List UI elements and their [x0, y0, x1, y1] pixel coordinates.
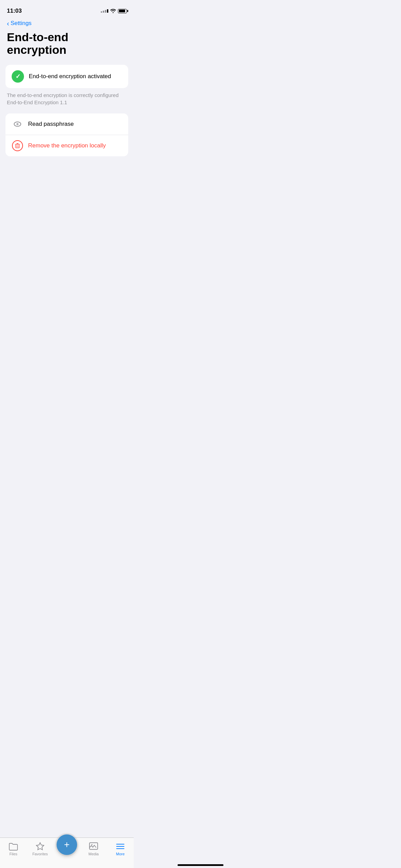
remove-encryption-row[interactable]: Remove the encryption locally: [5, 135, 128, 156]
check-circle-icon: ✓: [12, 70, 24, 83]
encryption-status-card: ✓ End-to-end encryption activated: [5, 65, 128, 88]
status-time: 11:03: [7, 8, 22, 14]
back-label: Settings: [11, 20, 32, 27]
status-bar: 11:03: [0, 0, 134, 17]
actions-card: Read passphrase Remove the encryption lo…: [5, 113, 128, 156]
svg-rect-3: [16, 144, 20, 148]
page-title: End-to-end encryption: [0, 29, 134, 65]
back-button[interactable]: ‹ Settings: [0, 17, 134, 29]
status-text: End-to-end encryption activated: [29, 73, 111, 80]
read-passphrase-row[interactable]: Read passphrase: [5, 113, 128, 135]
status-card-row: ✓ End-to-end encryption activated: [5, 65, 128, 88]
trash-icon: [12, 140, 23, 152]
signal-dots-icon: [101, 9, 108, 13]
status-subtitle: The end-to-end encryption is correctly c…: [0, 92, 134, 99]
wifi-icon: [110, 9, 116, 13]
remove-encryption-label: Remove the encryption locally: [28, 142, 106, 149]
battery-icon: [118, 9, 127, 13]
status-version: End-to-End Encryption 1.1: [0, 99, 134, 111]
chevron-left-icon: ‹: [7, 20, 9, 27]
read-passphrase-label: Read passphrase: [28, 121, 74, 128]
status-icons: [101, 9, 127, 13]
eye-icon: [12, 118, 23, 130]
svg-point-2: [17, 124, 18, 124]
checkmark-icon: ✓: [15, 73, 21, 80]
